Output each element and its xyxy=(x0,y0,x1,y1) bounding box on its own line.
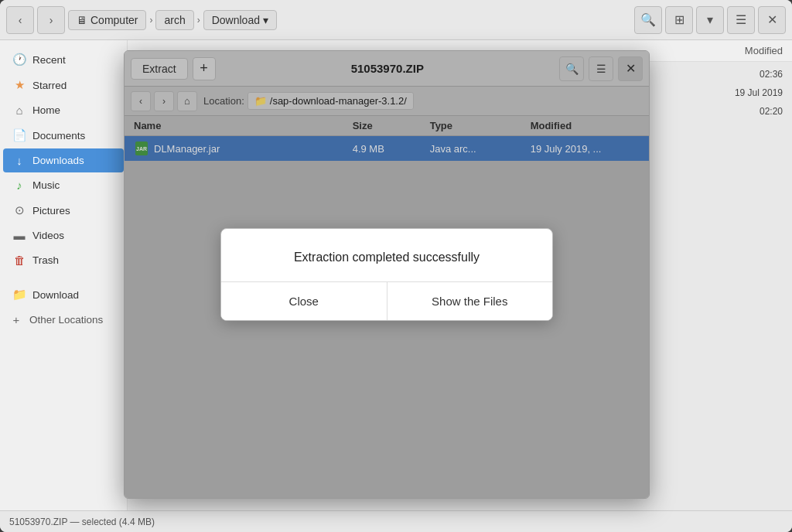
downloads-icon: ↓ xyxy=(12,154,26,167)
zip-archive-window: Extract + 51053970.ZIP 🔍 ☰ ✕ ‹ › ⌂ Locat… xyxy=(124,50,650,499)
dialog-message: Extraction completed successfully xyxy=(221,229,552,282)
computer-icon: 🖥 xyxy=(77,14,87,26)
sidebar-item-download-folder[interactable]: 📁 Download xyxy=(3,282,124,307)
sidebar-item-videos[interactable]: ▬ Videos xyxy=(3,223,124,247)
sidebar-section-main: 🕐 Recent ★ Starred ⌂ Home 📄 Documents ↓ xyxy=(0,47,127,272)
status-bar: 51053970.ZIP — selected (4.4 MB) xyxy=(0,510,792,532)
titlebar: ‹ › 🖥 Computer › arch › Download ▾ 🔍 ⊞ ▾ xyxy=(0,0,792,40)
show-files-button[interactable]: Show the Files xyxy=(387,282,553,320)
home-icon: ⌂ xyxy=(12,104,26,117)
hamburger-menu-button[interactable]: ☰ xyxy=(727,6,755,34)
sidebar: 🕐 Recent ★ Starred ⌂ Home 📄 Documents ↓ xyxy=(0,40,128,510)
download-folder-icon: 📁 xyxy=(12,288,26,302)
sidebar-item-recent[interactable]: 🕐 Recent xyxy=(3,47,124,72)
titlebar-icons: 🔍 ⊞ ▾ ☰ ✕ xyxy=(634,6,786,34)
breadcrumb-arch[interactable]: arch xyxy=(155,10,193,30)
dialog-buttons: Close Show the Files xyxy=(221,282,552,320)
music-icon: ♪ xyxy=(12,179,26,192)
grid-view-button[interactable]: ⊞ xyxy=(665,6,693,34)
sidebar-item-starred[interactable]: ★ Starred xyxy=(3,73,124,97)
sidebar-item-documents[interactable]: 📄 Documents xyxy=(3,123,124,148)
sidebar-item-trash[interactable]: 🗑 Trash xyxy=(3,248,124,272)
status-text: 51053970.ZIP — selected (4.4 MB) xyxy=(9,517,155,527)
pictures-icon: ⊙ xyxy=(12,203,26,217)
sidebar-item-music[interactable]: ♪ Music xyxy=(3,173,124,197)
extraction-success-dialog: Extraction completed successfully Close … xyxy=(220,228,553,321)
breadcrumb-download[interactable]: Download ▾ xyxy=(203,10,277,30)
back-button[interactable]: ‹ xyxy=(6,6,34,34)
breadcrumb-sep-1: › xyxy=(149,15,152,26)
sidebar-item-home[interactable]: ⌂ Home xyxy=(3,98,124,122)
starred-icon: ★ xyxy=(12,78,26,92)
window-close-button[interactable]: ✕ xyxy=(758,6,786,34)
dialog-overlay: Extraction completed successfully Close … xyxy=(125,51,649,498)
trash-icon: 🗑 xyxy=(12,254,26,267)
sidebar-item-pictures[interactable]: ⊙ Pictures xyxy=(3,198,124,223)
breadcrumb-sep-2: › xyxy=(197,15,200,26)
recent-icon: 🕐 xyxy=(12,53,26,66)
sidebar-item-other-locations[interactable]: + Other Locations xyxy=(0,308,127,332)
dropdown-arrow-icon: ▾ xyxy=(263,14,268,26)
documents-icon: 📄 xyxy=(12,128,26,142)
file-manager: ‹ › 🖥 Computer › arch › Download ▾ 🔍 ⊞ ▾ xyxy=(0,0,792,532)
forward-button[interactable]: › xyxy=(37,6,65,34)
view-options-button[interactable]: ▾ xyxy=(696,6,724,34)
add-location-icon: + xyxy=(9,313,23,326)
breadcrumb-computer[interactable]: 🖥 Computer xyxy=(68,10,146,30)
sidebar-item-downloads[interactable]: ↓ Downloads xyxy=(3,148,124,172)
modified-col-header: Modified xyxy=(745,45,783,56)
breadcrumb: 🖥 Computer › arch › Download ▾ xyxy=(68,10,277,30)
videos-icon: ▬ xyxy=(12,229,26,242)
close-button[interactable]: Close xyxy=(221,282,387,320)
search-button[interactable]: 🔍 xyxy=(634,6,662,34)
